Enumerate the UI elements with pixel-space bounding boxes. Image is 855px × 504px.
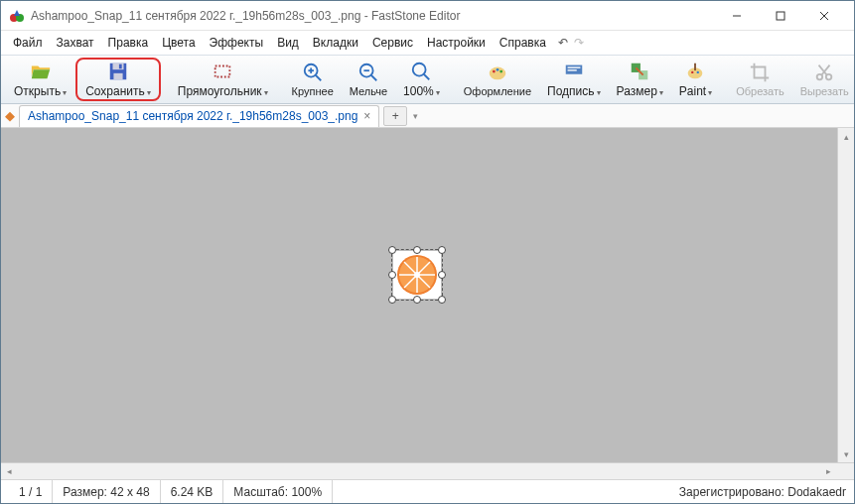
tab-label: Ashampoo_Snap_11 сентября 2022 г._19h56m… [28,109,357,123]
paint-label: Paint [679,84,706,98]
scroll-left-icon[interactable]: ◂ [1,463,18,479]
svg-point-36 [399,257,435,293]
zoomout-button[interactable]: Мельче [343,58,394,101]
status-size: Размер: 42 x 48 [53,480,160,503]
status-scale: Масштаб: 100% [223,480,333,503]
svg-point-41 [414,272,420,278]
svg-rect-25 [567,66,580,67]
scroll-up-icon[interactable]: ▴ [838,128,854,145]
resize-handle[interactable] [438,271,446,279]
svg-point-21 [493,70,496,73]
titlebar: Ashampoo_Snap_11 сентября 2022 г._19h56m… [1,1,854,31]
orange-slice-icon [393,251,441,299]
open-button[interactable]: Открыть▾ [7,58,73,101]
crop-icon [749,62,771,83]
image-object[interactable] [393,251,441,299]
status-registered: Зарегистрировано: Dodakaedr [679,485,846,499]
zoomin-label: Крупнее [292,85,334,97]
scroll-right-icon[interactable]: ▸ [820,463,837,479]
window-controls [715,2,846,30]
resize-label: Размер [617,84,657,98]
menu-settings[interactable]: Настройки [421,33,492,53]
paint-button[interactable]: Paint▾ [672,58,719,101]
menu-edit[interactable]: Правка [102,33,155,53]
svg-rect-9 [119,64,122,69]
resize-button[interactable]: Размер▾ [610,58,670,101]
svg-point-23 [499,70,502,73]
zoomout-icon [357,62,379,83]
save-button[interactable]: Сохранить▾ [75,58,161,101]
menubar: Файл Захват Правка Цвета Эффекты Вид Вкл… [1,31,854,55]
svg-point-35 [397,255,437,295]
canvas[interactable] [1,128,837,462]
folder-open-icon [30,61,52,82]
rectangle-icon [212,61,233,82]
caption-label: Подпись [547,84,595,98]
toolbar: Открыть▾ Сохранить▾ Прямоугольник▾ Крупн… [1,55,854,104]
palette-icon [487,62,508,83]
close-button[interactable] [802,2,846,30]
caption-icon [563,61,585,82]
svg-point-31 [697,71,699,73]
status-filesize: 6.24 KB [161,480,224,503]
svg-rect-7 [112,63,123,69]
svg-point-30 [692,71,694,73]
svg-line-39 [404,262,430,288]
resize-handle[interactable] [388,296,396,304]
cut-button[interactable]: Вырезать [793,58,855,101]
svg-line-12 [315,75,321,81]
crop-label: Обрезать [736,85,784,97]
svg-rect-3 [777,12,784,20]
new-tab-button[interactable]: + [383,106,407,126]
document-tab[interactable]: Ashampoo_Snap_11 сентября 2022 г._19h56m… [19,105,379,127]
app-icon [9,8,25,24]
svg-line-16 [371,75,377,81]
svg-point-22 [497,68,499,71]
resize-icon [629,61,650,82]
rectangle-label: Прямоугольник [178,84,262,98]
menu-colors[interactable]: Цвета [156,33,201,53]
menu-service[interactable]: Сервис [366,33,419,53]
zoom100-label: 100% [403,84,434,98]
svg-rect-32 [695,63,697,70]
menu-effects[interactable]: Эффекты [204,33,270,53]
tabbar: ◆ Ashampoo_Snap_11 сентября 2022 г._19h5… [1,104,854,128]
minimize-button[interactable] [715,2,759,30]
scroll-down-icon[interactable]: ▾ [838,445,854,462]
menu-help[interactable]: Справка [494,33,552,53]
maximize-button[interactable] [759,2,802,30]
resize-handle[interactable] [438,246,446,254]
window-title: Ashampoo_Snap_11 сентября 2022 г._19h56m… [31,9,715,23]
svg-rect-10 [215,66,230,77]
resize-handle[interactable] [413,246,421,254]
crop-button[interactable]: Обрезать [729,58,791,101]
draw-label: Оформление [464,85,531,97]
tab-dropdown-icon[interactable]: ▾ [413,111,418,121]
menu-file[interactable]: Файл [7,33,49,53]
svg-rect-26 [567,69,576,70]
status-page: 1 / 1 [9,480,53,503]
resize-handle[interactable] [413,296,421,304]
redo-icon[interactable]: ↷ [574,36,584,50]
scissors-icon [813,62,835,83]
paint-icon [684,61,706,82]
draw-button[interactable]: Оформление [457,58,538,101]
caption-button[interactable]: Подпись▾ [540,58,608,101]
resize-handle[interactable] [388,246,396,254]
svg-rect-8 [113,73,122,79]
vertical-scrollbar[interactable]: ▴ ▾ [837,128,854,462]
menu-view[interactable]: Вид [271,33,305,53]
save-label: Сохранить [85,84,145,98]
svg-line-40 [404,262,430,288]
resize-handle[interactable] [438,296,446,304]
tab-close-icon[interactable]: × [363,109,370,123]
zoomin-button[interactable]: Крупнее [285,58,341,101]
menu-tabs[interactable]: Вкладки [307,33,364,53]
resize-handle[interactable] [388,271,396,279]
rectangle-button[interactable]: Прямоугольник▾ [171,58,275,101]
menu-capture[interactable]: Захват [51,33,100,53]
zoom100-icon [410,61,432,82]
zoom100-button[interactable]: 100%▾ [396,58,447,101]
undo-icon[interactable]: ↶ [558,36,568,50]
horizontal-scrollbar[interactable]: ◂ ▸ [1,462,854,479]
